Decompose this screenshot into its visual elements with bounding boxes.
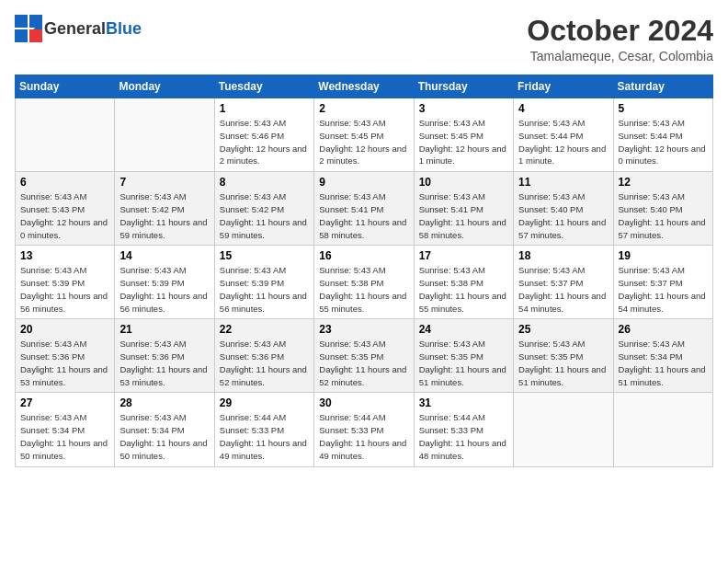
cell-info: Sunrise: 5:43 AM Sunset: 5:42 PM Dayligh…	[119, 190, 209, 241]
calendar-cell: 15Sunrise: 5:43 AM Sunset: 5:39 PM Dayli…	[214, 246, 313, 319]
calendar-cell: 21Sunrise: 5:43 AM Sunset: 5:36 PM Dayli…	[115, 319, 214, 393]
cell-info: Sunrise: 5:43 AM Sunset: 5:34 PM Dayligh…	[619, 338, 708, 388]
cell-info: Sunrise: 5:43 AM Sunset: 5:44 PM Dayligh…	[619, 117, 708, 167]
calendar-cell: 3Sunrise: 5:43 AM Sunset: 5:45 PM Daylig…	[414, 98, 513, 172]
calendar-cell: 31Sunrise: 5:44 AM Sunset: 5:33 PM Dayli…	[414, 393, 513, 466]
calendar-cell	[514, 393, 613, 466]
weekday-header: Thursday	[414, 75, 513, 98]
calendar-cell	[115, 98, 214, 172]
calendar-cell: 9Sunrise: 5:43 AM Sunset: 5:41 PM Daylig…	[314, 172, 414, 246]
calendar-cell: 11Sunrise: 5:43 AM Sunset: 5:40 PM Dayli…	[514, 172, 613, 246]
calendar-cell: 16Sunrise: 5:43 AM Sunset: 5:38 PM Dayli…	[314, 246, 414, 319]
cell-info: Sunrise: 5:43 AM Sunset: 5:34 PM Dayligh…	[119, 411, 209, 462]
cell-day-number: 31	[419, 396, 508, 409]
cell-day-number: 17	[419, 249, 508, 262]
cell-info: Sunrise: 5:43 AM Sunset: 5:44 PM Dayligh…	[518, 117, 608, 167]
cell-day-number: 8	[220, 176, 309, 189]
cell-info: Sunrise: 5:43 AM Sunset: 5:36 PM Dayligh…	[119, 338, 209, 388]
location-title: Tamalameque, Cesar, Colombia	[527, 49, 713, 63]
cell-info: Sunrise: 5:43 AM Sunset: 5:45 PM Dayligh…	[419, 117, 508, 167]
cell-info: Sunrise: 5:43 AM Sunset: 5:39 PM Dayligh…	[119, 264, 209, 315]
title-block: October 2024 Tamalameque, Cesar, Colombi…	[527, 15, 713, 63]
cell-info: Sunrise: 5:43 AM Sunset: 5:36 PM Dayligh…	[220, 338, 309, 388]
calendar-week-row: 27Sunrise: 5:43 AM Sunset: 5:34 PM Dayli…	[16, 393, 713, 466]
cell-day-number: 20	[20, 323, 109, 336]
calendar-cell: 26Sunrise: 5:43 AM Sunset: 5:34 PM Dayli…	[613, 319, 712, 393]
calendar-cell: 24Sunrise: 5:43 AM Sunset: 5:35 PM Dayli…	[414, 319, 513, 393]
logo-general: General	[44, 19, 106, 38]
calendar-cell: 12Sunrise: 5:43 AM Sunset: 5:40 PM Dayli…	[613, 172, 712, 246]
cell-day-number: 14	[119, 249, 209, 262]
cell-info: Sunrise: 5:43 AM Sunset: 5:43 PM Dayligh…	[20, 190, 109, 241]
svg-rect-0	[15, 15, 28, 28]
cell-info: Sunrise: 5:43 AM Sunset: 5:35 PM Dayligh…	[319, 338, 408, 388]
calendar-cell: 22Sunrise: 5:43 AM Sunset: 5:36 PM Dayli…	[214, 319, 313, 393]
calendar-week-row: 13Sunrise: 5:43 AM Sunset: 5:39 PM Dayli…	[16, 246, 713, 319]
cell-info: Sunrise: 5:44 AM Sunset: 5:33 PM Dayligh…	[319, 411, 408, 462]
calendar-cell: 1Sunrise: 5:43 AM Sunset: 5:46 PM Daylig…	[214, 98, 313, 172]
logo-blue: Blue	[106, 19, 142, 38]
cell-day-number: 18	[518, 249, 608, 262]
cell-day-number: 5	[619, 102, 708, 115]
cell-info: Sunrise: 5:43 AM Sunset: 5:35 PM Dayligh…	[518, 338, 608, 388]
calendar-cell: 2Sunrise: 5:43 AM Sunset: 5:45 PM Daylig…	[314, 98, 414, 172]
cell-day-number: 29	[220, 396, 309, 409]
calendar-cell: 20Sunrise: 5:43 AM Sunset: 5:36 PM Dayli…	[16, 319, 115, 393]
cell-day-number: 23	[319, 323, 408, 336]
calendar-table: SundayMondayTuesdayWednesdayThursdayFrid…	[15, 75, 713, 466]
cell-info: Sunrise: 5:43 AM Sunset: 5:39 PM Dayligh…	[220, 264, 309, 315]
cell-day-number: 7	[119, 176, 209, 189]
calendar-week-row: 1Sunrise: 5:43 AM Sunset: 5:46 PM Daylig…	[16, 98, 713, 172]
cell-day-number: 13	[20, 249, 109, 262]
cell-day-number: 22	[220, 323, 309, 336]
calendar-cell: 28Sunrise: 5:43 AM Sunset: 5:34 PM Dayli…	[115, 393, 214, 466]
logo: GeneralBlue	[15, 15, 142, 42]
cell-info: Sunrise: 5:43 AM Sunset: 5:37 PM Dayligh…	[518, 264, 608, 315]
cell-info: Sunrise: 5:43 AM Sunset: 5:41 PM Dayligh…	[319, 190, 408, 241]
calendar-cell: 4Sunrise: 5:43 AM Sunset: 5:44 PM Daylig…	[514, 98, 613, 172]
cell-day-number: 2	[319, 102, 408, 115]
calendar-header-row: SundayMondayTuesdayWednesdayThursdayFrid…	[16, 75, 713, 98]
calendar-cell: 27Sunrise: 5:43 AM Sunset: 5:34 PM Dayli…	[16, 393, 115, 466]
weekday-header: Tuesday	[214, 75, 313, 98]
cell-day-number: 6	[20, 176, 109, 189]
cell-day-number: 16	[319, 249, 408, 262]
calendar-cell: 30Sunrise: 5:44 AM Sunset: 5:33 PM Dayli…	[314, 393, 414, 466]
cell-info: Sunrise: 5:43 AM Sunset: 5:35 PM Dayligh…	[419, 338, 508, 388]
cell-day-number: 11	[518, 176, 608, 189]
cell-info: Sunrise: 5:44 AM Sunset: 5:33 PM Dayligh…	[419, 411, 508, 462]
cell-day-number: 25	[518, 323, 608, 336]
cell-day-number: 26	[619, 323, 708, 336]
cell-info: Sunrise: 5:43 AM Sunset: 5:40 PM Dayligh…	[619, 190, 708, 241]
cell-day-number: 12	[619, 176, 708, 189]
calendar-cell: 10Sunrise: 5:43 AM Sunset: 5:41 PM Dayli…	[414, 172, 513, 246]
cell-day-number: 10	[419, 176, 508, 189]
cell-info: Sunrise: 5:43 AM Sunset: 5:38 PM Dayligh…	[319, 264, 408, 315]
month-title: October 2024	[527, 15, 713, 47]
calendar-cell: 6Sunrise: 5:43 AM Sunset: 5:43 PM Daylig…	[16, 172, 115, 246]
calendar-cell: 29Sunrise: 5:44 AM Sunset: 5:33 PM Dayli…	[214, 393, 313, 466]
cell-day-number: 30	[319, 396, 408, 409]
cell-info: Sunrise: 5:43 AM Sunset: 5:46 PM Dayligh…	[220, 117, 309, 167]
cell-info: Sunrise: 5:44 AM Sunset: 5:33 PM Dayligh…	[220, 411, 309, 462]
cell-day-number: 21	[119, 323, 209, 336]
cell-day-number: 3	[419, 102, 508, 115]
calendar-cell: 5Sunrise: 5:43 AM Sunset: 5:44 PM Daylig…	[613, 98, 712, 172]
weekday-header: Saturday	[613, 75, 712, 98]
calendar-cell: 25Sunrise: 5:43 AM Sunset: 5:35 PM Dayli…	[514, 319, 613, 393]
cell-info: Sunrise: 5:43 AM Sunset: 5:45 PM Dayligh…	[319, 117, 408, 167]
calendar-cell: 18Sunrise: 5:43 AM Sunset: 5:37 PM Dayli…	[514, 246, 613, 319]
calendar-cell: 8Sunrise: 5:43 AM Sunset: 5:42 PM Daylig…	[214, 172, 313, 246]
weekday-header: Friday	[514, 75, 613, 98]
cell-info: Sunrise: 5:43 AM Sunset: 5:42 PM Dayligh…	[220, 190, 309, 241]
calendar-cell	[613, 393, 712, 466]
cell-day-number: 27	[20, 396, 109, 409]
cell-day-number: 1	[220, 102, 309, 115]
calendar-cell	[16, 98, 115, 172]
weekday-header: Monday	[115, 75, 214, 98]
calendar-cell: 17Sunrise: 5:43 AM Sunset: 5:38 PM Dayli…	[414, 246, 513, 319]
cell-day-number: 28	[119, 396, 209, 409]
calendar-cell: 19Sunrise: 5:43 AM Sunset: 5:37 PM Dayli…	[613, 246, 712, 319]
calendar-cell: 14Sunrise: 5:43 AM Sunset: 5:39 PM Dayli…	[115, 246, 214, 319]
weekday-header: Wednesday	[314, 75, 414, 98]
